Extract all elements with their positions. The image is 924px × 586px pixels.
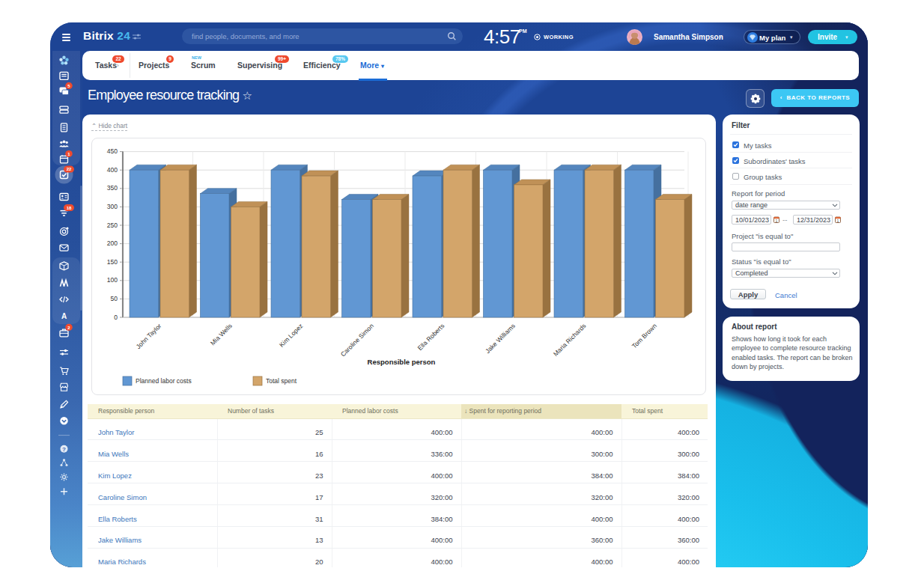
svg-text:John Taylor: John Taylor [135, 322, 163, 350]
svg-text:1: 1 [776, 219, 778, 223]
svg-text:350: 350 [107, 184, 118, 192]
svg-text:Caroline Simon: Caroline Simon [339, 322, 375, 358]
svg-text:A: A [61, 312, 67, 320]
svg-text:400: 400 [107, 166, 118, 174]
svg-text:Total spent: Total spent [266, 377, 297, 385]
svg-text:450: 450 [107, 147, 118, 155]
svg-text:Kim Lopez: Kim Lopez [278, 322, 304, 348]
svg-text:250: 250 [107, 222, 118, 229]
svg-text:Tom Brown: Tom Brown [630, 322, 658, 350]
svg-text:Responsible person: Responsible person [368, 358, 436, 366]
svg-text:300: 300 [107, 203, 118, 210]
svg-text:Jake Williams: Jake Williams [484, 322, 517, 355]
svg-text:Maria Richards: Maria Richards [552, 322, 587, 357]
svg-text:18: 18 [67, 206, 72, 210]
svg-text:50: 50 [111, 295, 118, 302]
svg-text:200: 200 [107, 239, 118, 247]
svg-text:Ella Roberts: Ella Roberts [416, 322, 446, 352]
svg-text:150: 150 [107, 258, 118, 266]
svg-text:Planned labor costs: Planned labor costs [136, 377, 192, 385]
svg-text:Mia Wells: Mia Wells [209, 322, 234, 347]
svg-text:100: 100 [107, 276, 118, 284]
svg-text:22: 22 [67, 167, 72, 171]
svg-text:?: ? [62, 446, 66, 453]
svg-text:0: 0 [114, 314, 118, 321]
svg-text:1: 1 [837, 219, 839, 223]
